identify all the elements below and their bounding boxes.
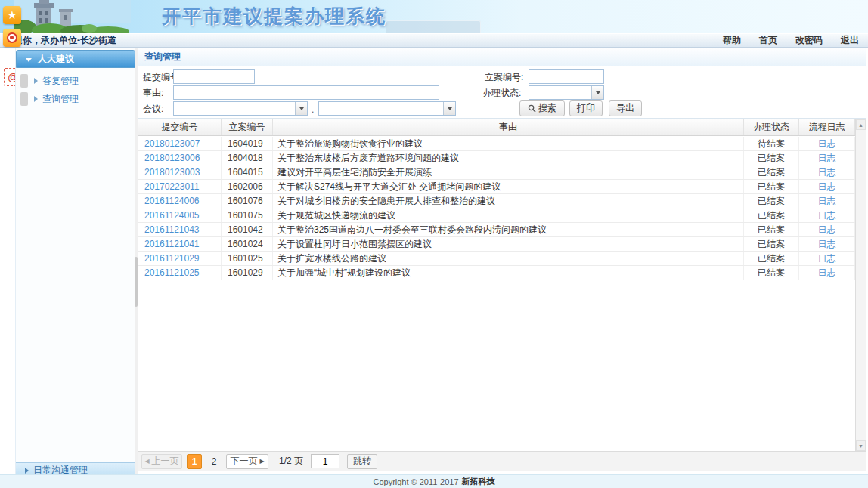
export-button[interactable]: 导出 xyxy=(609,100,642,116)
weibo-icon[interactable] xyxy=(3,29,21,47)
log-link[interactable]: 日志 xyxy=(818,209,836,222)
sidebar-item-label: 答复管理 xyxy=(42,75,79,88)
scroll-down-icon[interactable]: ▼ xyxy=(856,440,866,451)
status-cell: 已结案 xyxy=(744,194,799,208)
log-link[interactable]: 日志 xyxy=(818,267,836,280)
case-no-cell: 1604019 xyxy=(222,137,273,150)
next-page-label: 下一页 xyxy=(230,455,257,468)
change-password-link[interactable]: 改密码 xyxy=(795,34,823,47)
sidebar-section-renda[interactable]: 人大建议 xyxy=(16,50,135,68)
submit-no-input[interactable] xyxy=(173,69,255,84)
case-no-cell: 1604015 xyxy=(222,165,273,179)
table-row[interactable]: 201611210291601025关于扩宽水楼线公路的建议已结案日志 xyxy=(138,252,855,266)
case-no-cell: 1601029 xyxy=(222,266,273,280)
divider xyxy=(138,118,866,119)
submit-no-link[interactable]: 20161124006 xyxy=(144,196,200,206)
log-link[interactable]: 日志 xyxy=(818,152,836,165)
meeting-end-select[interactable] xyxy=(318,101,456,116)
jump-button[interactable]: 跳转 xyxy=(347,454,377,469)
logout-link[interactable]: 退出 xyxy=(841,34,859,47)
top-links: 帮助 首页 改密码 退出 xyxy=(723,34,859,47)
chevron-down-icon[interactable] xyxy=(295,102,307,115)
next-arrow-icon: ▶ xyxy=(259,458,264,465)
panel-title: 查询管理 xyxy=(144,51,181,63)
meeting-separator: . xyxy=(312,104,314,115)
log-link[interactable]: 日志 xyxy=(818,166,836,179)
next-page-button[interactable]: 下一页 ▶ xyxy=(226,454,268,469)
sidebar-item-reply-management[interactable]: 答复管理 xyxy=(16,73,135,89)
table-row[interactable]: 201611240051601075关于规范城区快递物流的建议已结案日志 xyxy=(138,208,855,223)
status-cell: 已结案 xyxy=(744,180,799,193)
log-link[interactable]: 日志 xyxy=(818,238,836,251)
print-button[interactable]: 打印 xyxy=(569,100,603,116)
footer: Copyright © 2011-2017 新拓科技 xyxy=(0,474,868,488)
sidebar-section-daily-communication[interactable]: 日常沟通管理 xyxy=(16,462,135,474)
submit-no-link[interactable]: 20161121029 xyxy=(144,253,200,264)
company-name: 新拓科技 xyxy=(462,476,495,487)
castle-photo xyxy=(14,0,131,33)
col-submit-no[interactable]: 提交编号 xyxy=(138,119,222,135)
banner: 开平市建议提案办理系统 xyxy=(0,0,868,33)
table-row[interactable]: 201611210251601029关于加强“城中村”规划建设的建议已结案日志 xyxy=(138,266,855,280)
col-status[interactable]: 办理状态 xyxy=(744,119,799,135)
case-no-cell: 1604018 xyxy=(222,151,273,165)
page-jump-input[interactable] xyxy=(311,454,339,468)
arrow-right-icon xyxy=(25,468,29,474)
case-no-input[interactable] xyxy=(529,69,604,84)
meeting-label: 会议: xyxy=(143,101,163,116)
subject-cell: 关于对城乡旧楼房的安全隐患开展大排查和整治的建议 xyxy=(273,194,744,208)
favorite-star-icon[interactable]: ★ xyxy=(3,6,21,24)
print-button-label: 打印 xyxy=(577,102,595,115)
table-row[interactable]: 201611210411601024关于设置杜冈圩日小范围禁摆区的建议已结案日志 xyxy=(138,237,855,252)
copyright-text: Copyright © 2011-2017 xyxy=(373,477,458,486)
table-row[interactable]: 201611210431601042关于整治325国道南边八一村委会至三联村委会… xyxy=(138,223,855,237)
submit-no-link[interactable]: 20161121041 xyxy=(144,239,200,249)
log-link[interactable]: 日志 xyxy=(818,224,836,236)
table-row[interactable]: 201801230071604019关于整治旅游购物街饮食行业的建议待结案日志 xyxy=(138,137,855,151)
panel-title-bar: 查询管理 xyxy=(138,48,866,66)
top-bar: 欢迎你，承办单位-长沙街道 帮助 首页 改密码 退出 xyxy=(0,33,868,48)
submit-no-link[interactable]: 20170223011 xyxy=(144,181,200,192)
search-button[interactable]: 搜索 xyxy=(519,100,565,116)
log-link[interactable]: 日志 xyxy=(818,137,836,150)
log-link[interactable]: 日志 xyxy=(818,195,836,208)
page-number-1[interactable]: 1 xyxy=(187,454,202,469)
table-body: 201801230071604019关于整治旅游购物街饮食行业的建议待结案日志2… xyxy=(138,137,855,280)
page-number-2[interactable]: 2 xyxy=(206,454,222,469)
table-row[interactable]: 201611240061601076关于对城乡旧楼房的安全隐患开展大排查和整治的… xyxy=(138,194,855,208)
col-subject[interactable]: 事由 xyxy=(273,119,744,135)
log-link[interactable]: 日志 xyxy=(818,181,836,193)
status-select[interactable] xyxy=(529,85,604,100)
subject-input[interactable] xyxy=(173,85,439,100)
case-no-cell: 1601024 xyxy=(222,237,273,251)
subject-cell: 关于整治325国道南边八一村委会至三联村委会路段内涝问题的建议 xyxy=(273,223,744,236)
subject-cell: 关于扩宽水楼线公路的建议 xyxy=(273,252,744,265)
submit-no-link[interactable]: 20180123003 xyxy=(144,167,200,178)
submit-no-link[interactable]: 20161121043 xyxy=(144,224,200,235)
case-no-cell: 1601076 xyxy=(222,194,273,208)
status-cell: 已结案 xyxy=(744,266,799,280)
meeting-start-select[interactable] xyxy=(173,101,308,116)
table-row[interactable]: 201801230061604018关于整治东坡楼后方废弃道路环境问题的建议已结… xyxy=(138,151,855,165)
arrow-right-icon xyxy=(34,96,38,102)
scroll-up-icon[interactable]: ▲ xyxy=(856,119,866,130)
table-row[interactable]: 201801230031604015建议对开平高层住宅消防安全开展演练已结案日志 xyxy=(138,165,855,180)
home-link[interactable]: 首页 xyxy=(759,34,777,47)
chevron-down-icon[interactable] xyxy=(443,102,455,115)
chevron-down-icon[interactable] xyxy=(591,86,603,99)
prev-page-button[interactable]: ◀ 上一页 xyxy=(141,454,182,469)
table-scrollbar[interactable]: ▲ ▼ xyxy=(855,119,866,451)
col-process-log[interactable]: 流程日志 xyxy=(799,119,855,135)
search-icon xyxy=(528,104,536,113)
sidebar-item-query-management[interactable]: 查询管理 xyxy=(16,91,135,107)
log-link[interactable]: 日志 xyxy=(818,252,836,265)
submit-no-link[interactable]: 20180123006 xyxy=(144,153,200,163)
submit-no-link[interactable]: 20161124005 xyxy=(144,210,200,221)
status-cell: 已结案 xyxy=(744,252,799,265)
help-link[interactable]: 帮助 xyxy=(723,34,741,47)
submit-no-link[interactable]: 20161121025 xyxy=(144,267,200,278)
submit-no-link[interactable]: 20180123007 xyxy=(144,138,200,149)
table-row[interactable]: 201702230111602006关于解决S274线与开平大道交汇处 交通拥堵… xyxy=(138,180,855,194)
subject-cell: 关于整治东坡楼后方废弃道路环境问题的建议 xyxy=(273,151,744,165)
col-case-no[interactable]: 立案编号 xyxy=(222,119,273,135)
